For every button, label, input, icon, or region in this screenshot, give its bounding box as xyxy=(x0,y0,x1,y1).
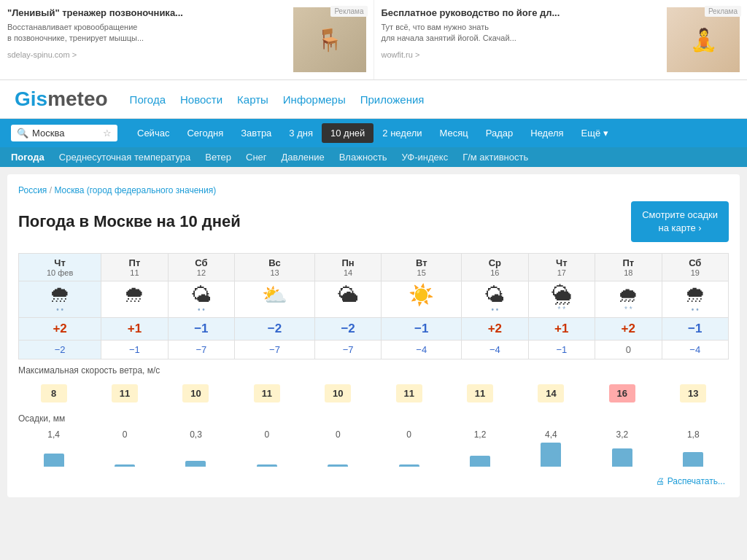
wind-cell-2: 10 xyxy=(160,379,231,408)
breadcrumb: Россия / Москва (город федерального знач… xyxy=(18,185,729,195)
search-input-wrap[interactable]: 🔍 ☆ xyxy=(11,125,117,141)
low-temp-7: −1 xyxy=(528,341,595,359)
wind-section-label: Максимальная скорость ветра, м/с xyxy=(18,359,729,379)
ad-item-2[interactable]: Бесплатное руководство по йоге дл... Тут… xyxy=(374,0,748,79)
map-button[interactable]: Смотрите осадкина карте › xyxy=(631,201,729,242)
low-temp-3: −7 xyxy=(235,341,315,359)
precip-row: 1,4 0 0,3 0 xyxy=(18,427,729,469)
tab-week[interactable]: Неделя xyxy=(522,123,572,143)
day-header-1: Пт 11 xyxy=(101,254,168,281)
subnav-humidity[interactable]: Влажность xyxy=(339,152,387,163)
icons-row: 🌨 • • 🌨 🌤 • • ⛅ 🌥 xyxy=(19,281,729,318)
day-header-8: Пт 18 xyxy=(595,254,662,281)
weather-table: Чт 10 фев Пт 11 Сб 12 Вс 13 Пн 14 xyxy=(18,253,729,359)
precip-bar-0 xyxy=(44,454,64,467)
subnav-wind[interactable]: Ветер xyxy=(205,152,231,163)
ad-image-1: 🪑 xyxy=(293,7,366,72)
day-header-6: Ср 16 xyxy=(462,254,528,281)
wind-table: 8 11 10 11 10 11 11 14 16 13 xyxy=(18,379,729,408)
wind-cell-9: 13 xyxy=(658,379,729,408)
precip-bar-5 xyxy=(399,464,419,467)
search-input[interactable] xyxy=(32,128,98,139)
print-row: 🖨 Распечатать... xyxy=(18,469,729,486)
precip-cell-1: 0 xyxy=(89,427,160,469)
ad-label-1: Реклама xyxy=(330,6,367,17)
precip-cell-7: 4,4 xyxy=(516,427,587,469)
high-temp-7: +1 xyxy=(528,318,595,341)
site-header: Gismeteo Погода Новости Карты Информеры … xyxy=(0,80,747,119)
ad-title-2: Бесплатное руководство по йоге дл... xyxy=(382,7,660,18)
precip-cell-2: 0,3 xyxy=(160,427,231,469)
subnav-pressure[interactable]: Давление xyxy=(282,152,325,163)
day-header-9: Сб 19 xyxy=(662,254,729,281)
subnav-gm[interactable]: Г/м активность xyxy=(462,152,528,163)
tab-radar[interactable]: Радар xyxy=(477,123,522,143)
breadcrumb-moscow[interactable]: Москва (город федерального значения) xyxy=(54,185,216,195)
icon-cell-7: 🌦 * * xyxy=(528,281,595,318)
wind-cell-3: 11 xyxy=(231,379,302,408)
precip-bar-6 xyxy=(470,456,490,467)
wind-cell-0: 8 xyxy=(18,379,89,408)
day-header-0: Чт 10 фев xyxy=(19,254,101,281)
precip-table: 1,4 0 0,3 0 xyxy=(18,427,729,469)
ad-text-2: Бесплатное руководство по йоге дл... Тут… xyxy=(382,7,667,72)
wind-cell-4: 10 xyxy=(303,379,374,408)
tab-month[interactable]: Месяц xyxy=(431,123,477,143)
precip-bar-2 xyxy=(185,461,206,467)
wind-cell-5: 11 xyxy=(374,379,444,408)
precip-cell-8: 3,2 xyxy=(587,427,657,469)
ad-link-1[interactable]: sdelay-spinu.com > xyxy=(7,50,286,59)
day-header-3: Вс 13 xyxy=(235,254,315,281)
breadcrumb-russia[interactable]: Россия xyxy=(18,185,47,195)
site-logo[interactable]: Gismeteo xyxy=(15,88,108,111)
subnav-avg-temp[interactable]: Среднесуточная температура xyxy=(59,152,190,163)
tab-2weeks[interactable]: 2 недели xyxy=(374,123,430,143)
day-header-5: Вт 15 xyxy=(382,254,462,281)
tab-tomorrow[interactable]: Завтра xyxy=(232,123,280,143)
nav-apps[interactable]: Приложения xyxy=(360,93,425,106)
low-temp-6: −4 xyxy=(462,341,528,359)
tab-now[interactable]: Сейчас xyxy=(128,123,178,143)
low-temp-0: −2 xyxy=(19,341,101,359)
ad-item-1[interactable]: "Ленивый" тренажер позвоночника... Восст… xyxy=(0,0,374,79)
high-temp-5: −1 xyxy=(382,318,462,341)
tab-more[interactable]: Ещё ▾ xyxy=(573,123,617,143)
subnav-uv[interactable]: УФ-индекс xyxy=(402,152,449,163)
search-bar: 🔍 ☆ Сейчас Сегодня Завтра 3 дня 10 дней … xyxy=(0,119,747,147)
icon-cell-6: 🌤 • • xyxy=(462,281,528,318)
ad-banner: "Ленивый" тренажер позвоночника... Восст… xyxy=(0,0,747,80)
nav-informers[interactable]: Информеры xyxy=(283,93,346,106)
precip-cell-4: 0 xyxy=(303,427,374,469)
icon-cell-3: ⛅ xyxy=(235,281,315,318)
precip-section-label: Осадки, мм xyxy=(18,408,729,427)
tab-today[interactable]: Сегодня xyxy=(178,123,232,143)
ad-image-2: 🧘 xyxy=(667,7,740,72)
ad-title-1: "Ленивый" тренажер позвоночника... xyxy=(7,7,286,18)
page-title: Погода в Москве на 10 дней xyxy=(18,212,241,231)
favorite-icon[interactable]: ☆ xyxy=(103,128,112,139)
ad-desc-2: Тут всё, что вам нужно знатьдля начала з… xyxy=(382,22,660,44)
subnav-weather[interactable]: Погода xyxy=(11,152,44,163)
icon-cell-4: 🌥 xyxy=(314,281,381,318)
high-temp-0: +2 xyxy=(19,318,101,341)
main-nav: Погода Новости Карты Информеры Приложени… xyxy=(130,93,425,106)
wind-cell-7: 14 xyxy=(516,379,587,408)
nav-news[interactable]: Новости xyxy=(180,93,222,106)
tab-10days[interactable]: 10 дней xyxy=(322,123,374,143)
ad-label-2: Реклама xyxy=(705,6,741,17)
day-header-7: Чт 17 xyxy=(528,254,595,281)
precip-cell-9: 1,8 xyxy=(658,427,729,469)
days-header-row: Чт 10 фев Пт 11 Сб 12 Вс 13 Пн 14 xyxy=(19,254,729,281)
ad-link-2[interactable]: wowfit.ru > xyxy=(382,50,660,59)
nav-maps[interactable]: Карты xyxy=(237,93,268,106)
precip-bar-8 xyxy=(612,448,632,467)
high-temp-row: +2 +1 −1 −2 −2 −1 +2 xyxy=(19,318,729,341)
print-button[interactable]: 🖨 Распечатать... xyxy=(656,476,725,486)
tab-3days[interactable]: 3 дня xyxy=(280,123,322,143)
page-title-row: Погода в Москве на 10 дней Смотрите осад… xyxy=(18,201,729,242)
subnav-snow[interactable]: Снег xyxy=(246,152,267,163)
nav-weather[interactable]: Погода xyxy=(130,93,166,106)
precip-cell-0: 1,4 xyxy=(18,427,89,469)
wind-row: 8 11 10 11 10 11 11 14 16 13 xyxy=(18,379,729,408)
icon-cell-0: 🌨 • • xyxy=(19,281,101,318)
